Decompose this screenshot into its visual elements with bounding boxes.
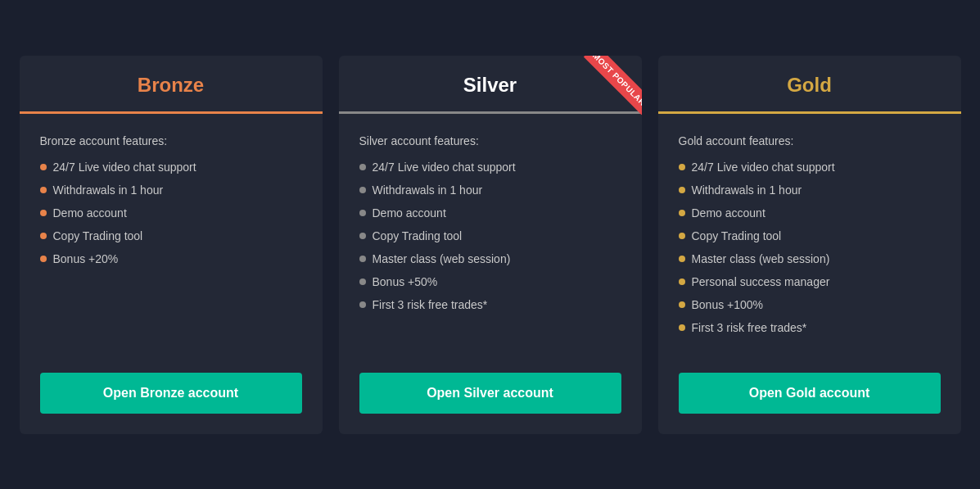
bullet-icon	[359, 210, 366, 216]
card-silver-features-label: Silver account features:	[359, 134, 621, 147]
feature-text: Master class (web session)	[373, 252, 511, 265]
bullet-icon	[359, 233, 366, 239]
card-bronze-title: Bronze	[36, 74, 306, 97]
list-item: Master class (web session)	[359, 252, 621, 265]
feature-text: Copy Trading tool	[373, 229, 463, 242]
list-item: Bonus +100%	[679, 298, 941, 311]
list-item: 24/7 Live video chat support	[679, 161, 941, 174]
bullet-icon	[40, 187, 47, 193]
card-gold-header: Gold	[658, 56, 961, 111]
bullet-icon	[359, 301, 366, 308]
list-item: First 3 risk free trades*	[359, 298, 621, 311]
card-silver-footer: Open Silver account	[339, 360, 642, 434]
open-silver-account-button[interactable]: Open Silver account	[359, 373, 621, 414]
list-item: Demo account	[40, 206, 302, 220]
feature-text: 24/7 Live video chat support	[692, 161, 835, 174]
card-bronze-header: Bronze	[20, 56, 323, 111]
list-item: Copy Trading tool	[359, 229, 621, 242]
list-item: Bonus +20%	[40, 252, 302, 265]
bullet-icon	[40, 256, 47, 262]
feature-text: Bonus +20%	[53, 252, 119, 265]
feature-text: Demo account	[53, 206, 127, 220]
list-item: First 3 risk free trades*	[679, 321, 941, 334]
card-gold-body: Gold account features:24/7 Live video ch…	[658, 114, 961, 360]
feature-text: Bonus +50%	[373, 275, 438, 288]
card-silver-body: Silver account features:24/7 Live video …	[339, 114, 642, 360]
bullet-icon	[679, 324, 685, 331]
bullet-icon	[40, 164, 47, 170]
card-bronze-features-list: 24/7 Live video chat supportWithdrawals …	[40, 161, 302, 265]
bullet-icon	[40, 210, 47, 216]
most-popular-label: MOST POPULAR	[583, 56, 641, 115]
list-item: Withdrawals in 1 hour	[40, 183, 302, 197]
card-bronze: BronzeBronze account features:24/7 Live …	[20, 56, 323, 434]
bullet-icon	[679, 210, 685, 216]
bullet-icon	[359, 187, 366, 193]
feature-text: Withdrawals in 1 hour	[692, 183, 802, 197]
pricing-cards: BronzeBronze account features:24/7 Live …	[20, 56, 961, 434]
card-gold: GoldGold account features:24/7 Live vide…	[658, 56, 961, 434]
feature-text: Copy Trading tool	[692, 229, 782, 242]
list-item: Demo account	[359, 206, 621, 220]
bullet-icon	[359, 164, 366, 170]
list-item: Bonus +50%	[359, 275, 621, 288]
feature-text: First 3 risk free trades*	[692, 321, 807, 334]
list-item: Personal success manager	[679, 275, 941, 288]
feature-text: Personal success manager	[692, 275, 830, 288]
card-bronze-body: Bronze account features:24/7 Live video …	[20, 114, 323, 360]
feature-text: Demo account	[373, 206, 446, 220]
most-popular-ribbon: MOST POPULAR	[568, 56, 642, 129]
bullet-icon	[679, 278, 685, 285]
bullet-icon	[679, 233, 685, 239]
list-item: 24/7 Live video chat support	[359, 161, 621, 174]
list-item: Withdrawals in 1 hour	[359, 183, 621, 197]
list-item: Copy Trading tool	[40, 229, 302, 242]
card-bronze-features-label: Bronze account features:	[40, 134, 302, 147]
card-silver-features-list: 24/7 Live video chat supportWithdrawals …	[359, 161, 621, 311]
bullet-icon	[679, 164, 685, 170]
feature-text: Bonus +100%	[692, 298, 764, 311]
list-item: 24/7 Live video chat support	[40, 161, 302, 174]
bullet-icon	[359, 256, 366, 262]
card-gold-features-list: 24/7 Live video chat supportWithdrawals …	[679, 161, 941, 334]
bullet-icon	[679, 187, 685, 193]
feature-text: First 3 risk free trades*	[373, 298, 488, 311]
card-gold-features-label: Gold account features:	[679, 134, 941, 147]
card-bronze-footer: Open Bronze account	[20, 360, 323, 434]
bullet-icon	[679, 301, 685, 308]
feature-text: Master class (web session)	[692, 252, 830, 265]
list-item: Copy Trading tool	[679, 229, 941, 242]
feature-text: 24/7 Live video chat support	[53, 161, 196, 174]
open-gold-account-button[interactable]: Open Gold account	[679, 373, 941, 414]
feature-text: 24/7 Live video chat support	[373, 161, 516, 174]
list-item: Withdrawals in 1 hour	[679, 183, 941, 197]
card-gold-title: Gold	[675, 74, 945, 97]
bullet-icon	[40, 233, 47, 239]
list-item: Demo account	[679, 206, 941, 220]
feature-text: Withdrawals in 1 hour	[53, 183, 164, 197]
bullet-icon	[679, 256, 685, 262]
feature-text: Withdrawals in 1 hour	[373, 183, 483, 197]
list-item: Master class (web session)	[679, 252, 941, 265]
open-bronze-account-button[interactable]: Open Bronze account	[40, 373, 302, 414]
card-gold-footer: Open Gold account	[658, 360, 961, 434]
feature-text: Demo account	[692, 206, 765, 220]
card-silver: MOST POPULARSilverSilver account feature…	[339, 56, 642, 434]
bullet-icon	[359, 278, 366, 285]
feature-text: Copy Trading tool	[53, 229, 143, 242]
